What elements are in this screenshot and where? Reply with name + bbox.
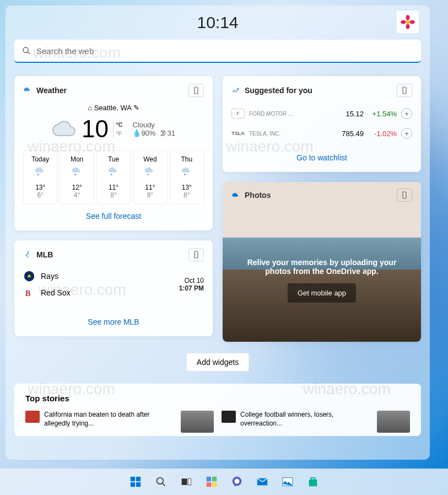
svg-point-10 <box>111 174 112 175</box>
svg-rect-28 <box>212 477 216 481</box>
stock-row[interactable]: F FORD MOTOR ... 15.12 +1.54% + <box>231 104 412 123</box>
rain-cloud-icon <box>71 165 83 177</box>
top-stories-card: Top stories California man beaten to dea… <box>14 384 421 436</box>
weather-humidity: 90% <box>141 129 155 137</box>
story-thumbnail <box>181 411 214 433</box>
stock-price: 15.12 <box>333 110 364 118</box>
unit-celsius[interactable]: °C <box>116 120 122 130</box>
forecast-day[interactable]: Wed11°8° <box>133 150 167 204</box>
chart-icon <box>231 86 240 95</box>
forecast-row: Today13°6° Mon12°4° Tue11°8° Wed11°8° Th… <box>23 150 204 204</box>
svg-rect-36 <box>311 478 315 480</box>
weather-menu[interactable] <box>188 84 204 97</box>
svg-point-13 <box>28 251 29 252</box>
search-bar[interactable] <box>14 40 421 63</box>
chat-button[interactable] <box>226 471 248 493</box>
stock-symbol: TSLA <box>231 128 245 138</box>
story-thumbnail <box>377 411 410 433</box>
game-date: Oct 10 <box>179 277 204 284</box>
widgets-button[interactable] <box>201 471 223 493</box>
store-button[interactable] <box>302 471 324 493</box>
photos-title: Photos <box>245 191 271 200</box>
svg-point-8 <box>37 174 39 175</box>
see-more-mlb-link[interactable]: See more MLB <box>23 318 204 326</box>
stock-row[interactable]: TSLA TESLA, INC. 785.49 -1.02% + <box>231 123 412 143</box>
card-options-icon <box>402 191 407 199</box>
photos-button[interactable] <box>277 471 299 493</box>
mail-icon <box>256 476 268 488</box>
svg-point-1 <box>406 15 410 20</box>
team-row: B Red Sox <box>23 284 179 301</box>
svg-point-0 <box>406 20 410 24</box>
weather-temp: 10 <box>82 115 109 143</box>
svg-rect-19 <box>130 477 134 481</box>
card-options-icon <box>193 251 199 259</box>
svg-point-23 <box>156 478 163 485</box>
svg-line-6 <box>28 52 30 54</box>
stock-symbol: F <box>231 109 245 119</box>
add-stock-button[interactable]: + <box>401 128 412 139</box>
svg-point-11 <box>147 174 149 175</box>
search-input[interactable] <box>36 46 413 56</box>
svg-text:B: B <box>25 289 31 298</box>
task-view-icon <box>181 476 192 487</box>
user-avatar[interactable] <box>397 11 419 33</box>
taskbar-search[interactable] <box>150 471 172 493</box>
task-view[interactable] <box>175 471 197 493</box>
get-mobile-app-button[interactable]: Get mobile app <box>288 283 356 303</box>
flower-icon <box>400 14 415 30</box>
mlb-title: MLB <box>36 250 53 259</box>
onedrive-icon <box>231 191 240 200</box>
svg-rect-17 <box>403 87 406 94</box>
stock-change: -1.02% <box>364 130 397 138</box>
svg-rect-26 <box>188 478 191 485</box>
news-source-icon <box>25 411 40 423</box>
home-icon: ⌂ <box>88 104 92 112</box>
stock-change: +1.54% <box>364 110 397 118</box>
photos-card: Photos Relive your memories by uploading… <box>223 182 421 342</box>
story-item[interactable]: California man beaten to death after all… <box>25 411 173 433</box>
forecast-day[interactable]: Mon12°4° <box>60 150 94 204</box>
mail-button[interactable] <box>251 471 273 493</box>
weather-condition: Cloudy <box>132 121 175 129</box>
svg-line-24 <box>162 483 165 486</box>
svg-point-12 <box>184 174 186 175</box>
svg-rect-30 <box>212 482 216 487</box>
clock: 10:14 <box>197 13 238 31</box>
weather-icon <box>23 86 32 95</box>
svg-rect-18 <box>403 192 406 198</box>
weather-location[interactable]: ⌂ Seattle, WA ✎ <box>23 104 204 112</box>
mlb-menu[interactable] <box>188 248 204 261</box>
start-button[interactable] <box>125 471 147 493</box>
photos-app-icon <box>282 476 294 488</box>
see-forecast-link[interactable]: See full forecast <box>23 212 204 220</box>
edit-icon[interactable]: ✎ <box>133 104 139 112</box>
forecast-day[interactable]: Thu13°8° <box>170 150 204 204</box>
photos-menu[interactable] <box>397 189 412 202</box>
svg-point-9 <box>74 174 76 175</box>
redsox-logo-icon: B <box>23 287 35 299</box>
add-stock-button[interactable]: + <box>401 108 412 119</box>
stock-price: 785.49 <box>333 130 364 138</box>
game-time: 1:07 PM <box>179 284 204 292</box>
forecast-day[interactable]: Tue11°8° <box>96 150 131 204</box>
mlb-card: MLB Rays B Red Sox <box>14 240 213 336</box>
unit-fahrenheit[interactable]: °F <box>116 129 122 138</box>
svg-point-2 <box>406 24 410 29</box>
story-item[interactable]: College football winners, losers, overre… <box>222 411 369 433</box>
chat-icon <box>231 476 243 488</box>
team-row: Rays <box>23 268 179 284</box>
card-options-icon <box>402 87 407 94</box>
svg-rect-21 <box>130 482 134 487</box>
taskbar <box>0 469 448 495</box>
stocks-card: Suggested for you F FORD MOTOR ... 15.12… <box>223 76 421 172</box>
add-widgets-button[interactable]: Add widgets <box>186 353 249 372</box>
rain-cloud-icon <box>181 165 193 177</box>
forecast-day[interactable]: Today13°6° <box>23 150 57 204</box>
watchlist-link[interactable]: Go to watchlist <box>231 153 412 162</box>
stocks-menu[interactable] <box>397 84 412 97</box>
weather-extra: 31 <box>167 129 175 137</box>
svg-point-4 <box>410 20 415 24</box>
running-icon <box>23 250 32 259</box>
search-icon <box>155 476 166 487</box>
